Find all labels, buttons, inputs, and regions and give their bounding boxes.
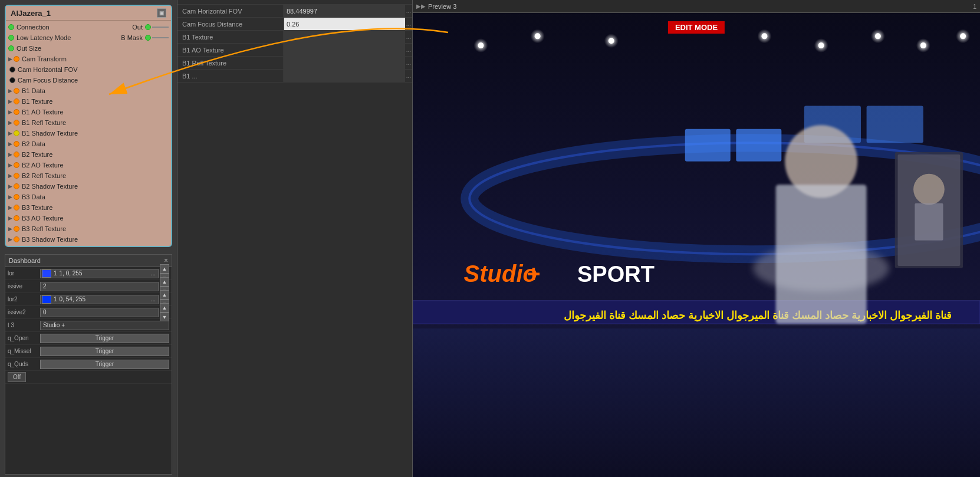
emissive2-num: 0 — [43, 309, 47, 315]
qquds-trigger-btn[interactable]: Trigger — [40, 360, 169, 369]
dot-b2-texture — [14, 152, 19, 157]
dot-b2-refl — [14, 173, 19, 179]
svg-rect-36 — [915, 203, 943, 241]
node-row-b3-shadow: ▶ B3 Shadow Texture — [6, 234, 171, 245]
prop-cam-focus-value[interactable]: 0.26 — [284, 18, 405, 30]
color-value[interactable]: 1 1, 0, 255 ... — [40, 269, 159, 278]
dashboard-row-qquds: q_Quds Trigger — [5, 358, 172, 371]
emissive2-label: issive2 — [8, 309, 40, 315]
bmask-label: B Mask — [121, 34, 143, 41]
out-label: Out — [132, 24, 143, 31]
emissive2-spinner[interactable]: ▲ ▼ — [160, 303, 169, 322]
node-row-low-latency: Low Latency Mode B Mask — [6, 32, 171, 43]
prop-b1-more-menu[interactable]: ... — [405, 73, 412, 79]
dot-b3-shadow — [14, 236, 19, 242]
node-row-b2-refl: ▶ B2 Refl Texture — [6, 170, 171, 181]
prop-row-b1-refl: B1 Refl Texture ... — [177, 57, 412, 70]
dashboard-header: Dashboard × — [5, 255, 172, 267]
prop-b1-refl-label: B1 Refl Texture — [177, 60, 284, 67]
svg-point-8 — [478, 42, 484, 48]
spinner-emissive-up[interactable]: ▲ — [160, 277, 169, 287]
color2-label: lor2 — [8, 296, 40, 302]
prop-cam-hfov-menu[interactable]: ... — [405, 8, 412, 14]
prop-b1-texture-label: B1 Texture — [177, 34, 284, 41]
b1-ao-label: B1 AO Texture — [22, 108, 64, 116]
b3-texture-label: B3 Texture — [22, 204, 52, 211]
node-row-b3-refl: ▶ B3 Refl Texture — [6, 223, 171, 234]
dot-b1-data — [14, 88, 19, 94]
dot-b3-texture — [14, 205, 19, 210]
svg-point-10 — [535, 33, 541, 39]
emissive-value[interactable]: 2 — [40, 282, 159, 291]
color-menu-dots[interactable]: ... — [151, 270, 156, 277]
svg-rect-23 — [685, 129, 731, 162]
dashboard-row-emissive2: issive2 0 ▲ ▼ — [5, 306, 172, 319]
b1-shadow-label: B1 Shadow Texture — [22, 130, 78, 137]
svg-rect-32 — [776, 185, 867, 324]
color2-swatch[interactable] — [42, 295, 51, 304]
edit-mode-badge: EDIT MODE — [668, 21, 725, 34]
dot-bmask-right — [145, 35, 151, 41]
cam-hfov-label: Cam Horizontal FOV — [18, 66, 77, 73]
studio-bg-svg: قناة الفيرجوال الاخبارية حصاد المسك قناة… — [413, 13, 980, 477]
prop-cam-focus-label: Cam Focus Distance — [177, 21, 284, 28]
dashboard-panel: Dashboard × lor 1 1, 0, 255 ... ▲ ▼ issi… — [5, 254, 172, 475]
preview-num-badge: 1 — [973, 3, 976, 10]
node-row-b3-ao: ▶ B3 AO Texture — [6, 213, 171, 223]
off-button[interactable]: Off — [8, 372, 26, 382]
prop-b1-texture-menu[interactable]: ... — [405, 34, 412, 40]
color2-menu-dots[interactable]: ... — [151, 296, 156, 302]
dot-b1-texture — [14, 98, 19, 104]
spinner-up[interactable]: ▲ — [160, 264, 169, 274]
prop-b1-refl-menu[interactable]: ... — [405, 60, 412, 66]
svg-text:SPORT: SPORT — [577, 262, 655, 287]
dot-cam-focus — [9, 77, 15, 83]
dot-cam-hfov — [9, 67, 15, 73]
prop-b1-texture-value[interactable] — [284, 31, 405, 43]
node-row-b3-texture: ▶ B3 Texture — [6, 202, 171, 213]
color2-value[interactable]: 1 0, 54, 255 ... — [40, 295, 159, 304]
node-icon-btn[interactable]: ▣ — [157, 8, 166, 18]
emissive2-value[interactable]: 0 — [40, 308, 159, 317]
spinner-e2-up[interactable]: ▲ — [160, 303, 169, 312]
svg-point-14 — [761, 33, 767, 39]
svg-rect-24 — [736, 129, 781, 162]
node-row-b1-ao: ▶ B1 AO Texture — [6, 107, 171, 117]
prop-b1-ao-label: B1 AO Texture — [177, 47, 284, 54]
text3-content: Studio + — [43, 322, 65, 328]
b3-refl-label: B3 Refl Texture — [22, 225, 66, 232]
qopen-trigger-btn[interactable]: Trigger — [40, 334, 169, 343]
b1-refl-label: B1 Refl Texture — [22, 119, 66, 126]
prop-b1-ao-menu[interactable]: ... — [405, 47, 412, 53]
cam-focus-val: 0.26 — [287, 21, 299, 28]
prop-b1-more-value[interactable] — [284, 70, 405, 82]
node-row-b2-data: ▶ B2 Data — [6, 139, 171, 149]
dot-b3-data — [14, 194, 19, 200]
qmissel-trigger-btn[interactable]: Trigger — [40, 347, 169, 356]
text3-value[interactable]: Studio + — [40, 321, 169, 330]
right-panel: ▶▶ Preview 3 1 EDIT MODE — [413, 0, 980, 477]
node-row-b2-shadow: ▶ B2 Shadow Texture — [6, 181, 171, 192]
prop-b1-refl-value[interactable] — [284, 57, 405, 69]
dashboard-row-qmissel: q_Missel Trigger — [5, 345, 172, 358]
preview-header: ▶▶ Preview 3 1 — [413, 0, 980, 13]
node-row-b2-ao: ▶ B2 AO Texture — [6, 160, 171, 170]
color-label: lor — [8, 270, 40, 277]
prop-cam-hfov-value[interactable]: 88.449997 — [284, 5, 405, 17]
prop-b1-ao-value[interactable] — [284, 44, 405, 56]
color-values: 1, 0, 255 — [60, 270, 150, 277]
node-rows: Connection Out Low Latency Mode B Mask — [6, 21, 171, 246]
b2-texture-label: B2 Texture — [22, 151, 52, 158]
preview-title-label: Preview 3 — [428, 3, 456, 10]
color-num: 1 — [54, 270, 57, 277]
prop-row-b1-ao: B1 AO Texture ... — [177, 44, 412, 57]
dot-cam-transform — [14, 56, 19, 62]
preview-title-area: ▶▶ Preview 3 — [416, 3, 456, 10]
color2-values: 0, 54, 255 — [60, 296, 150, 302]
svg-point-16 — [818, 42, 824, 48]
dot-b1-refl — [14, 120, 19, 126]
node-row-cam-focus: Cam Focus Distance — [6, 75, 171, 85]
spinner-c2-up[interactable]: ▲ — [160, 290, 169, 300]
prop-cam-focus-menu[interactable]: ... — [405, 21, 412, 27]
color-swatch-blue[interactable] — [42, 269, 51, 278]
